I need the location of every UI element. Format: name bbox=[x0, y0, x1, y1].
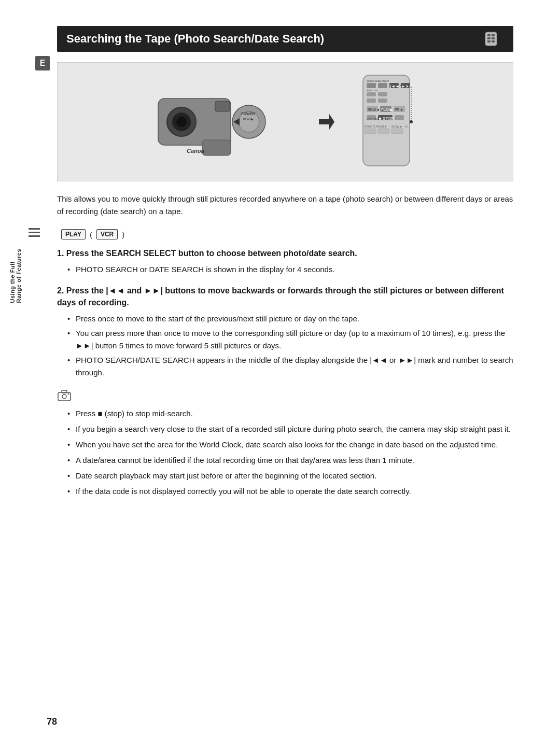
svg-point-54 bbox=[410, 120, 413, 123]
note-section: Press ■ (stop) to stop mid-search. If yo… bbox=[57, 388, 513, 498]
svg-text:REMOTE: REMOTE bbox=[365, 125, 376, 128]
svg-rect-32 bbox=[378, 98, 387, 103]
step-2-bullets: Press once to move to the start of the p… bbox=[57, 313, 513, 379]
svg-rect-0 bbox=[485, 32, 497, 46]
svg-rect-11 bbox=[215, 101, 230, 111]
svg-rect-42 bbox=[395, 115, 404, 120]
step-2: 2. Press the |◄◄ and ►►| buttons to move… bbox=[57, 285, 513, 379]
svg-rect-50 bbox=[378, 129, 389, 134]
svg-rect-49 bbox=[365, 129, 376, 134]
svg-text:FF ►: FF ► bbox=[395, 108, 403, 111]
note-6: If the data code is not displayed correc… bbox=[67, 485, 513, 498]
svg-text:►►|: ►►| bbox=[401, 84, 411, 89]
page-title: Searching the Tape (Photo Search/Date Se… bbox=[66, 32, 324, 46]
vcr-badge: VCR bbox=[96, 229, 118, 239]
note-3: When you have set the area for the World… bbox=[67, 439, 513, 451]
svg-rect-12 bbox=[202, 140, 231, 156]
svg-rect-56 bbox=[62, 390, 67, 393]
intro-text: This allows you to move quickly through … bbox=[57, 193, 513, 218]
mode-badges: PLAY ( VCR ) bbox=[57, 229, 513, 239]
svg-point-57 bbox=[62, 394, 66, 399]
sidebar-decoration bbox=[29, 228, 40, 237]
page-container: E Using the FullRange of Features Search… bbox=[0, 0, 560, 748]
svg-rect-29 bbox=[367, 92, 376, 96]
step-2-heading: 2. Press the |◄◄ and ►►| buttons to move… bbox=[57, 285, 513, 308]
step-1: 1. Press the SEARCH SELECT button to cho… bbox=[57, 248, 513, 276]
step-2-bullet-3: PHOTO SEARCH/DATE SEARCH appears in the … bbox=[67, 354, 513, 379]
svg-text:■ STOP: ■ STOP bbox=[379, 116, 394, 121]
camcorder-svg: POWER PLAY▶ Canon bbox=[153, 73, 298, 171]
svg-text:PAUSE II: PAUSE II bbox=[376, 125, 387, 128]
arrow-svg bbox=[319, 111, 334, 132]
svg-text:Canon: Canon bbox=[187, 148, 205, 154]
svg-text:SLOW ►: SLOW ► bbox=[391, 125, 402, 128]
svg-text:|◄◄: |◄◄ bbox=[390, 84, 399, 89]
step-1-bullet-1: PHOTO SEARCH or DATE SEARCH is shown in … bbox=[67, 263, 513, 276]
svg-rect-51 bbox=[391, 129, 403, 134]
note-2: If you begin a search very close to the … bbox=[67, 423, 513, 435]
note-icon bbox=[57, 388, 72, 403]
note-list: Press ■ (stop) to stop mid-search. If yo… bbox=[57, 407, 513, 498]
svg-rect-22 bbox=[378, 83, 387, 88]
svg-text:AUDIO DUB: AUDIO DUB bbox=[367, 89, 379, 92]
note-5: Date search playback may start just befo… bbox=[67, 470, 513, 482]
illustration-area: POWER PLAY▶ Canon ZERO SET bbox=[57, 62, 513, 181]
svg-rect-6 bbox=[492, 40, 495, 43]
e-marker: E bbox=[35, 56, 50, 70]
svg-rect-1 bbox=[487, 34, 491, 36]
svg-text:POWER: POWER bbox=[241, 112, 255, 116]
svg-point-58 bbox=[68, 393, 69, 395]
svg-text:SEARCH: SEARCH bbox=[378, 79, 389, 82]
page-title-bar: Searching the Tape (Photo Search/Date Se… bbox=[57, 26, 513, 52]
step-2-bullet-2: You can press more than once to move to … bbox=[67, 327, 513, 352]
svg-text:×2: ×2 bbox=[404, 125, 408, 128]
svg-rect-31 bbox=[367, 98, 376, 103]
svg-text:PLAY▶: PLAY▶ bbox=[381, 108, 393, 111]
svg-rect-3 bbox=[487, 40, 491, 43]
svg-rect-2 bbox=[487, 37, 491, 39]
note-4: A date/area cannot be identified if the … bbox=[67, 454, 513, 467]
note-1: Press ■ (stop) to stop mid-search. bbox=[67, 407, 513, 420]
step-2-bullet-1: Press once to move to the start of the p… bbox=[67, 313, 513, 325]
press-label: Press bbox=[76, 409, 95, 418]
svg-marker-19 bbox=[319, 114, 334, 130]
svg-rect-21 bbox=[367, 83, 376, 88]
svg-rect-5 bbox=[492, 37, 495, 39]
page-number: 78 bbox=[47, 716, 57, 727]
remote-icon bbox=[484, 31, 504, 47]
step-2-heading-text: Press the |◄◄ and ►►| buttons to move ba… bbox=[57, 286, 504, 306]
step-1-bullets: PHOTO SEARCH or DATE SEARCH is shown in … bbox=[57, 263, 513, 276]
sidebar-label: Using the FullRange of Features bbox=[9, 249, 22, 303]
play-badge: PLAY bbox=[61, 229, 86, 239]
svg-rect-4 bbox=[492, 34, 495, 36]
step-1-heading: 1. Press the SEARCH SELECT button to cho… bbox=[57, 248, 513, 259]
svg-rect-30 bbox=[378, 92, 387, 96]
svg-text:PLAY▶: PLAY▶ bbox=[243, 118, 254, 121]
svg-point-10 bbox=[176, 117, 187, 127]
remote-control-svg: ZERO SET SEARCH |◄◄ ►►| AUDIO DUB REW◄◄ … bbox=[355, 73, 417, 171]
